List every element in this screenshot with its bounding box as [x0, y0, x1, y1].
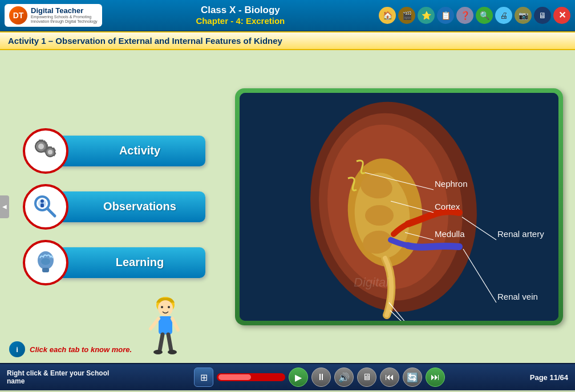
- monitor-icon[interactable]: 🖥: [534, 7, 551, 24]
- left-panel: Activity Observations: [0, 50, 228, 363]
- learning-nav-row: Learning: [23, 240, 205, 285]
- svg-text:Renal vein: Renal vein: [497, 292, 538, 301]
- footer-controls: ⊞ ▶ ⏸ 🔊 🖥 ⏮ 🔄 ⏭: [194, 368, 445, 387]
- activity-button[interactable]: Activity: [58, 136, 205, 166]
- svg-point-20: [158, 300, 173, 316]
- observations-circle[interactable]: [23, 184, 68, 230]
- search-icon[interactable]: 🔍: [476, 7, 493, 24]
- logo-sub1: Empowering Schools & Promoting: [31, 15, 98, 19]
- main-content: ◀ Activity: [0, 50, 575, 363]
- svg-rect-15: [41, 203, 44, 207]
- svg-line-25: [172, 318, 178, 330]
- camera-icon[interactable]: 📷: [515, 7, 532, 24]
- page-number: Page 11/64: [530, 373, 568, 382]
- magnify-icon: [31, 192, 60, 222]
- svg-point-29: [168, 350, 177, 354]
- svg-point-1: [38, 144, 44, 149]
- menu-icon[interactable]: ⊞: [194, 368, 213, 387]
- info-text: Click each tab to know more.: [30, 345, 132, 354]
- svg-line-27: [168, 334, 171, 350]
- svg-point-37: [365, 205, 394, 226]
- learning-circle[interactable]: [23, 240, 68, 285]
- svg-text:Medulla: Medulla: [435, 229, 465, 239]
- svg-point-28: [153, 350, 163, 354]
- doc-icon[interactable]: 📋: [437, 7, 454, 24]
- print-icon[interactable]: 🖨: [495, 7, 512, 24]
- svg-line-26: [160, 334, 163, 350]
- svg-line-24: [151, 318, 159, 329]
- footer: Right click & Enter your School name ⊞ ▶…: [0, 363, 575, 390]
- svg-text:Digital: Digital: [354, 275, 389, 289]
- footer-school-label: Right click & Enter your School name: [7, 369, 109, 385]
- screen-button[interactable]: 🖥: [357, 368, 376, 387]
- progress-fill: [218, 374, 251, 380]
- logo-icon: DT: [9, 6, 27, 24]
- character-svg: [143, 295, 188, 363]
- header: DT Digital Teacher Empowering Schools & …: [0, 0, 575, 31]
- svg-rect-4: [39, 140, 43, 142]
- help-icon[interactable]: ❓: [456, 7, 473, 24]
- learning-button[interactable]: Learning: [58, 247, 205, 278]
- chapter-title: Chapter - 4: Excretion: [102, 16, 379, 26]
- brain-head-icon: [31, 248, 60, 277]
- svg-point-18: [41, 258, 50, 265]
- school-line1: Right click & Enter your School: [7, 369, 109, 377]
- svg-rect-23: [159, 316, 172, 334]
- video-icon[interactable]: 🎬: [398, 7, 415, 24]
- activity-bar: Activity 1 – Observation of External and…: [0, 31, 575, 50]
- svg-point-3: [48, 150, 52, 154]
- observations-button[interactable]: Observations: [58, 191, 205, 222]
- svg-line-13: [47, 209, 55, 216]
- info-icon: i: [9, 341, 25, 357]
- svg-text:Cortex: Cortex: [435, 202, 460, 211]
- svg-point-21: [161, 306, 163, 308]
- progress-bar: [217, 373, 285, 381]
- gears-icon: [31, 136, 60, 166]
- volume-button[interactable]: 🔊: [334, 368, 354, 387]
- kidney-frame: Nephron Cortex Medulla Renal artery Rena…: [235, 88, 563, 325]
- header-icons: 🏠 🎬 ⭐ 📋 ❓ 🔍 🖨 📷 🖥 ✕: [379, 7, 570, 24]
- activity-title: Activity 1 – Observation of External and…: [8, 36, 282, 46]
- right-panel: Nephron Cortex Medulla Renal artery Rena…: [228, 50, 575, 363]
- svg-rect-17: [42, 268, 49, 272]
- observations-nav-row: Observations: [23, 184, 205, 230]
- prev-button[interactable]: ⏮: [380, 368, 399, 387]
- logo: DT Digital Teacher Empowering Schools & …: [5, 4, 102, 27]
- header-center: Class X - Biology Chapter - 4: Excretion: [102, 5, 379, 26]
- svg-text:Renal artery: Renal artery: [497, 229, 544, 239]
- close-icon[interactable]: ✕: [553, 7, 570, 24]
- svg-rect-8: [48, 146, 52, 148]
- svg-rect-6: [46, 144, 48, 149]
- refresh-button[interactable]: 🔄: [403, 368, 422, 387]
- activity-circle[interactable]: [23, 128, 68, 174]
- bottom-info: i Click each tab to know more.: [9, 341, 132, 357]
- svg-point-22: [168, 306, 170, 308]
- class-title: Class X - Biology: [102, 5, 379, 16]
- next-button[interactable]: ⏭: [426, 368, 445, 387]
- kidney-diagram: Nephron Cortex Medulla Renal artery Rena…: [240, 93, 558, 321]
- svg-text:Nephron: Nephron: [435, 179, 468, 189]
- star-icon[interactable]: ⭐: [418, 7, 435, 24]
- kidney-inner: Nephron Cortex Medulla Renal artery Rena…: [240, 93, 558, 321]
- activity-nav-row: Activity: [23, 128, 205, 174]
- logo-title: Digital Teacher: [31, 6, 98, 15]
- logo-sub2: Innovation through Digital Technology: [31, 19, 98, 24]
- pause-button[interactable]: ⏸: [311, 368, 331, 387]
- play-button[interactable]: ▶: [289, 368, 308, 387]
- svg-point-14: [41, 199, 44, 203]
- character-figure: [143, 295, 200, 363]
- school-line2: name: [7, 377, 109, 385]
- home-icon[interactable]: 🏠: [379, 7, 396, 24]
